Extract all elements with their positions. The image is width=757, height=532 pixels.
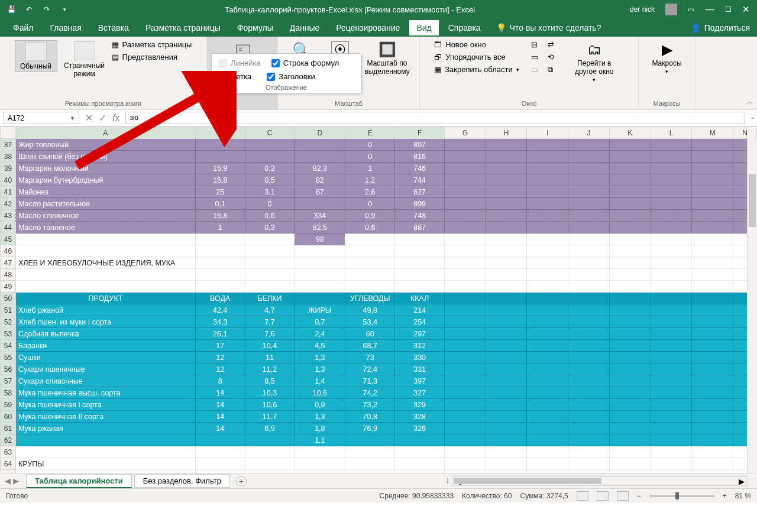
cell[interactable]: 1,3 [295, 411, 345, 423]
cell[interactable]: 1,2 [345, 174, 395, 186]
cell[interactable]: ВОДА [195, 293, 245, 304]
cell[interactable]: 0,3 [245, 163, 295, 174]
cell[interactable] [445, 375, 486, 387]
cell[interactable] [395, 245, 445, 257]
zoom-level[interactable]: 81 % [735, 492, 751, 500]
cell[interactable]: 1,4 [295, 375, 345, 387]
cell[interactable] [651, 387, 692, 399]
cell[interactable]: 14 [195, 387, 245, 399]
cell[interactable] [609, 411, 651, 423]
cell[interactable] [345, 434, 395, 446]
cell[interactable]: 67 [295, 186, 345, 198]
cell[interactable] [15, 446, 195, 458]
cell[interactable] [651, 163, 692, 174]
cell[interactable]: 10,4 [245, 340, 295, 352]
cell[interactable] [486, 328, 527, 340]
cell[interactable] [395, 470, 445, 473]
cell[interactable]: 1 [195, 222, 245, 233]
cell[interactable]: УГЛЕВОДЫ [345, 293, 395, 304]
cell[interactable]: 627 [395, 186, 445, 198]
tab-nav-next-icon[interactable]: ▶ [13, 476, 19, 485]
cell[interactable]: 330 [395, 352, 445, 364]
cell[interactable]: Мука ржаная [15, 423, 195, 434]
cell[interactable] [486, 174, 527, 186]
cell[interactable] [486, 352, 527, 364]
cell[interactable] [692, 304, 733, 316]
cell[interactable] [692, 233, 733, 245]
cell[interactable] [651, 470, 692, 473]
cell[interactable] [445, 340, 486, 352]
close-icon[interactable]: ✕ [742, 4, 750, 15]
cell[interactable]: 74,2 [345, 387, 395, 399]
tab-разметка страницы[interactable]: Разметка страницы [138, 20, 228, 35]
cell[interactable]: Хлеб ржаной [15, 304, 195, 316]
user-name[interactable]: der nick [630, 5, 655, 14]
cell[interactable] [445, 316, 486, 328]
cell[interactable] [651, 151, 692, 163]
col-header[interactable]: N [733, 127, 757, 139]
row-header[interactable]: 40 [1, 174, 16, 186]
cell[interactable] [609, 352, 651, 364]
cell[interactable]: 0,1 [195, 198, 245, 210]
cell[interactable] [245, 446, 295, 458]
cell[interactable] [527, 328, 568, 340]
row-header[interactable]: 37 [1, 139, 16, 151]
cell[interactable] [609, 269, 651, 281]
row-header[interactable]: 56 [1, 364, 16, 375]
cell[interactable]: 72,4 [345, 364, 395, 375]
cell[interactable] [692, 269, 733, 281]
headings-checkbox[interactable]: Заголовки [267, 72, 315, 81]
minimize-icon[interactable]: — [705, 4, 714, 15]
tab-nav-prev-icon[interactable]: ◀ [5, 476, 11, 485]
cell[interactable] [245, 458, 295, 470]
cell[interactable]: 326 [395, 423, 445, 434]
redo-icon[interactable]: ↷ [41, 4, 52, 15]
col-header[interactable]: J [568, 127, 610, 139]
cell[interactable] [692, 151, 733, 163]
cell[interactable] [692, 340, 733, 352]
cell[interactable]: 10,3 [245, 387, 295, 399]
cell[interactable] [486, 434, 527, 446]
cell[interactable] [195, 139, 245, 151]
cell[interactable] [568, 245, 610, 257]
cell[interactable]: Сдобная выпечка [15, 328, 195, 340]
cell[interactable]: 331 [395, 364, 445, 375]
cell[interactable]: 15,8 [195, 174, 245, 186]
cell[interactable]: 11,2 [245, 364, 295, 375]
cell[interactable] [345, 470, 395, 473]
cell[interactable] [692, 411, 733, 423]
cell[interactable] [651, 352, 692, 364]
cell[interactable] [609, 198, 651, 210]
cell[interactable] [568, 470, 610, 473]
cell[interactable] [245, 139, 295, 151]
cell[interactable]: 0,5 [245, 174, 295, 186]
cell[interactable] [445, 352, 486, 364]
cell[interactable] [15, 269, 195, 281]
cell[interactable] [568, 151, 610, 163]
cell[interactable] [568, 411, 610, 423]
cell[interactable] [527, 257, 568, 269]
cell[interactable]: 746 [395, 163, 445, 174]
cell[interactable] [486, 411, 527, 423]
cell[interactable] [445, 186, 486, 198]
cell[interactable] [527, 364, 568, 375]
cell[interactable] [486, 446, 527, 458]
cell[interactable] [692, 281, 733, 293]
cell[interactable] [295, 269, 345, 281]
cell[interactable] [527, 387, 568, 399]
cell[interactable] [609, 257, 651, 269]
cell[interactable] [568, 222, 610, 233]
cell[interactable] [692, 257, 733, 269]
cell[interactable] [486, 151, 527, 163]
cell[interactable] [345, 257, 395, 269]
cell[interactable]: 53,4 [345, 316, 395, 328]
cell[interactable] [568, 186, 610, 198]
cell[interactable] [445, 163, 486, 174]
cell[interactable]: Маргарин бутербродный [15, 174, 195, 186]
cell[interactable] [445, 139, 486, 151]
cell[interactable] [445, 446, 486, 458]
cell[interactable] [445, 174, 486, 186]
cell[interactable] [195, 269, 245, 281]
cell[interactable] [245, 281, 295, 293]
cell[interactable]: 14 [195, 423, 245, 434]
